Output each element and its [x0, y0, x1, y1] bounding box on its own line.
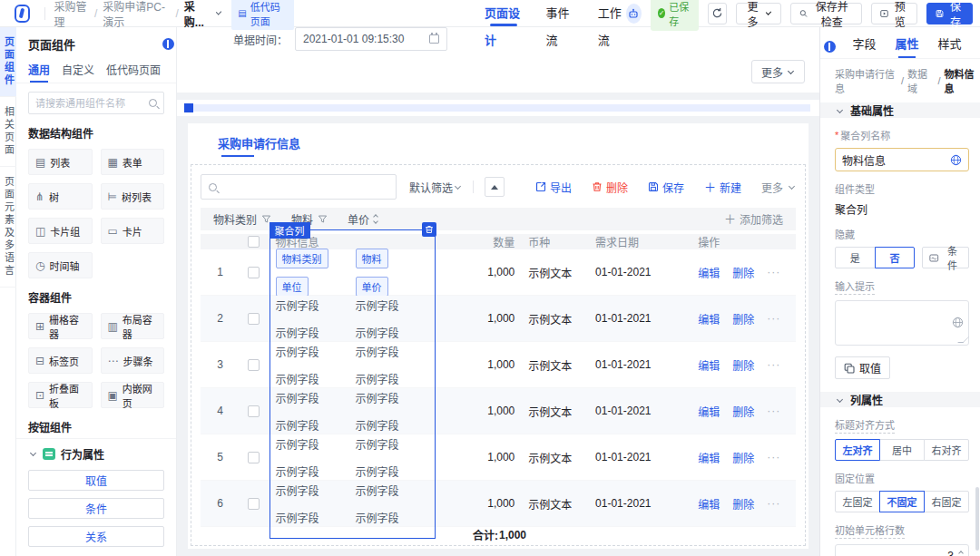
relation-rules-button[interactable]: 关系	[28, 526, 164, 547]
tab-properties[interactable]: 属性	[886, 34, 928, 58]
delete-link[interactable]: 删除	[732, 450, 754, 465]
component-tile[interactable]: ▭卡片	[101, 218, 165, 244]
chevron-down-icon[interactable]	[216, 9, 222, 15]
breadcrumb-item[interactable]: 采购管理	[54, 0, 89, 29]
row-checkbox[interactable]	[248, 359, 260, 371]
row-more-button[interactable]: ···	[767, 266, 780, 278]
save-button[interactable]: 保存	[926, 3, 973, 24]
edit-link[interactable]: 编辑	[698, 450, 720, 465]
hidden-yes-button[interactable]: 是	[835, 247, 876, 268]
component-tile[interactable]: ◫卡片组	[28, 218, 93, 244]
init-rows-value[interactable]: 3	[947, 550, 954, 556]
breadcrumb-item[interactable]: 采购申请PC-演示	[103, 0, 170, 29]
collapse-search-button[interactable]	[485, 177, 505, 197]
align-left-button[interactable]: 左对齐	[835, 439, 880, 461]
rail-tab-page-elements[interactable]: 页面元素及多语言	[0, 167, 16, 288]
rail-tab-page-components[interactable]: 页面组件	[0, 27, 16, 97]
row-more-button[interactable]: ···	[767, 405, 780, 417]
tab-custom[interactable]: 自定义	[62, 58, 94, 83]
filter-chip[interactable]: 物料类别	[213, 211, 271, 227]
row-more-button[interactable]: ···	[767, 312, 780, 325]
component-tile[interactable]: ⋔树	[28, 183, 93, 210]
component-tile[interactable]: ⊨树列表	[101, 183, 165, 210]
breadcrumb-item[interactable]: 采购申请行信息	[835, 66, 897, 95]
row-more-button[interactable]: ···	[767, 358, 780, 371]
align-center-button[interactable]: 居中	[879, 439, 925, 461]
row-checkbox[interactable]	[248, 405, 260, 417]
component-tile[interactable]: ⊡折叠面板	[28, 382, 93, 408]
list-more-button[interactable]: 更多	[761, 180, 796, 195]
hint-textarea[interactable]	[841, 305, 948, 341]
ai-assistant-button[interactable]	[626, 4, 642, 24]
fix-right-button[interactable]: 右固定	[924, 491, 969, 512]
row-more-button[interactable]: ···	[767, 497, 780, 510]
component-drag-handle[interactable]	[184, 103, 193, 112]
condition-rules-button[interactable]: 条件	[28, 498, 164, 519]
list-tab-title[interactable]: 采购申请行信息	[218, 134, 300, 157]
component-tile[interactable]: ▣内嵌网页	[101, 382, 165, 408]
fix-none-button[interactable]: 不固定	[879, 491, 925, 512]
field-tag[interactable]: 单位	[276, 277, 309, 297]
filter-preset-select[interactable]: 默认筛选	[409, 180, 462, 195]
hidden-condition-button[interactable]: 条件	[922, 247, 969, 268]
collapse-panel-icon[interactable]	[162, 38, 174, 50]
component-tile[interactable]: ▤列表	[28, 149, 93, 175]
app-logo[interactable]	[15, 5, 30, 23]
globe-icon[interactable]	[952, 317, 964, 328]
tab-style[interactable]: 样式	[928, 34, 971, 58]
form-more-button[interactable]: 更多	[751, 60, 805, 83]
component-search-input[interactable]	[35, 98, 145, 109]
edit-link[interactable]: 编辑	[698, 404, 720, 419]
collapse-panel-icon[interactable]	[824, 41, 836, 53]
rail-tab-related-pages[interactable]: 相关页面	[0, 97, 16, 167]
currency-column-header[interactable]: 币种	[514, 234, 582, 249]
breadcrumb-current[interactable]: 采购...	[184, 0, 209, 29]
step-up-icon[interactable]	[958, 551, 964, 556]
date-column-header[interactable]: 需求日期	[582, 234, 684, 249]
tab-fields[interactable]: 字段	[843, 34, 886, 58]
save-and-check-button[interactable]: 保存并检查	[790, 3, 862, 24]
component-tile[interactable]: ▦表单	[101, 149, 165, 175]
agg-name-input[interactable]	[842, 153, 946, 166]
delete-link[interactable]: 删除	[732, 404, 754, 419]
component-tile[interactable]: ▥布局容器	[101, 313, 165, 339]
component-tile[interactable]: ⋯步骤条	[101, 347, 165, 374]
tab-workflow[interactable]: 工作流	[598, 0, 626, 27]
list-search-input[interactable]	[221, 180, 388, 193]
selected-component-tag[interactable]: 聚合列	[270, 222, 310, 239]
collapsed-component-bar[interactable]	[186, 104, 810, 112]
tab-event-flow[interactable]: 事件流	[546, 0, 574, 27]
scrollbar-thumb[interactable]	[975, 487, 979, 551]
sort-chip[interactable]: 单价	[348, 211, 377, 227]
edit-link[interactable]: 编辑	[698, 357, 720, 373]
field-tag[interactable]: 单价	[356, 277, 388, 297]
resize-handle[interactable]	[957, 337, 970, 343]
field-tag[interactable]: 物料	[356, 249, 388, 268]
delete-link[interactable]: 删除	[732, 265, 754, 280]
row-checkbox[interactable]	[248, 498, 260, 510]
tab-page-design[interactable]: 页面设计	[485, 0, 523, 27]
more-button[interactable]: 更多	[736, 3, 781, 24]
tab-lowcode-page[interactable]: 低代码页面	[106, 58, 161, 83]
edit-link[interactable]: 编辑	[698, 311, 720, 327]
export-button[interactable]: 导出	[535, 180, 572, 195]
qty-column-header[interactable]: 数量	[430, 234, 514, 249]
tab-general[interactable]: 通用	[28, 58, 50, 83]
refresh-button[interactable]	[708, 3, 727, 24]
component-tile[interactable]: ⊞栅格容器	[28, 313, 93, 339]
component-tile[interactable]: ◷时间轴	[28, 252, 93, 278]
row-more-button[interactable]: ···	[767, 451, 780, 463]
section-basic-props[interactable]: 基础属性	[820, 102, 980, 118]
align-right-button[interactable]: 右对齐	[924, 439, 969, 461]
list-component-container[interactable]: 默认筛选 导出 删除	[191, 164, 806, 546]
behavior-header[interactable]: 行为属性	[28, 446, 164, 462]
delete-link[interactable]: 删除	[732, 496, 754, 512]
datetime-input[interactable]: 2021-01-01 09:15:30	[295, 27, 447, 51]
create-button[interactable]: ＋ 新建	[704, 180, 741, 195]
preview-button[interactable]: 预览	[871, 3, 917, 24]
fix-left-button[interactable]: 左固定	[835, 491, 880, 512]
delete-component-button[interactable]	[422, 222, 436, 237]
select-all-checkbox[interactable]	[248, 236, 260, 248]
field-tag[interactable]: 物料类别	[276, 249, 328, 268]
row-checkbox[interactable]	[248, 452, 260, 463]
